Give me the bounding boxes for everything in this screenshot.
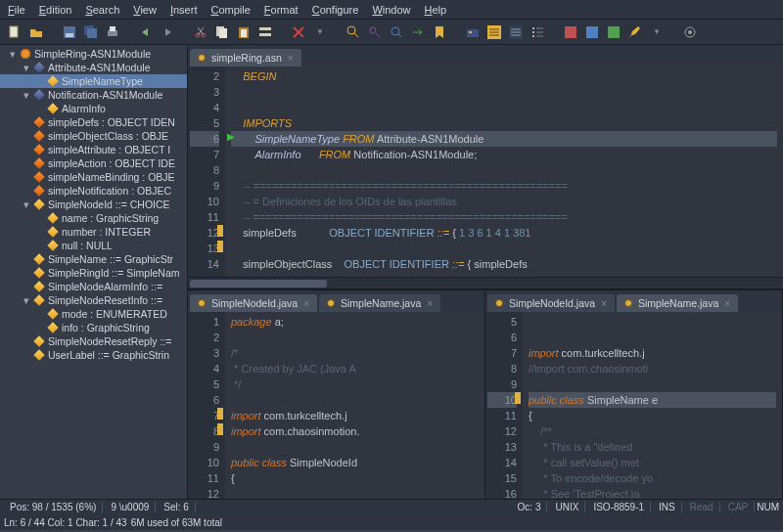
top-tabs: simpleRing.asn× <box>188 45 783 66</box>
tree-item[interactable]: ▾SimpleNodeResetInfo ::= <box>0 293 187 307</box>
undo-icon[interactable] <box>137 23 155 41</box>
tree-item[interactable]: ▾Notification-ASN1Module <box>0 88 187 102</box>
settings-icon[interactable] <box>681 23 699 41</box>
tree-root[interactable]: ▾SimpleRing-ASN1Module <box>0 47 187 61</box>
tree-item[interactable]: UserLabel ::= GraphicStrin <box>0 348 187 362</box>
menu-help[interactable]: Help <box>425 4 447 16</box>
svg-point-15 <box>347 26 355 34</box>
dd-icon[interactable]: ▼ <box>311 23 329 41</box>
copy-lines-icon[interactable] <box>256 23 274 41</box>
main: ▾SimpleRing-ASN1Module ▾Attribute-ASN1Mo… <box>0 45 783 499</box>
findnext-icon[interactable] <box>366 23 384 41</box>
open-icon[interactable] <box>27 23 45 41</box>
tree-item[interactable]: name : GraphicString <box>0 211 187 225</box>
ins-cell[interactable]: INS <box>653 502 682 512</box>
b2-icon[interactable] <box>583 23 601 41</box>
menu-insert[interactable]: Insert <box>170 4 198 16</box>
menu-view[interactable]: View <box>133 4 157 16</box>
typ-icon <box>47 75 58 86</box>
fld-icon <box>33 171 44 182</box>
menu-format[interactable]: Format <box>264 4 299 16</box>
tree-item[interactable]: info : GraphicString <box>0 321 187 334</box>
fld-icon <box>33 185 44 196</box>
scrollbar-x[interactable] <box>188 277 783 288</box>
tree-item[interactable]: SimpleNodeAlarmInfo ::= <box>0 280 187 293</box>
typ-icon <box>47 226 58 237</box>
copy-icon[interactable] <box>213 23 231 41</box>
delete-icon[interactable] <box>290 23 307 41</box>
menu-file[interactable]: File <box>8 4 25 16</box>
tree-item[interactable]: simpleAction : OBJECT IDE <box>0 156 187 170</box>
top-editor[interactable]: 234567891011121314 ▶ BEGIN IMPORTS Simpl… <box>188 66 783 277</box>
hl2-icon[interactable] <box>507 23 525 41</box>
tree-item[interactable]: null : NULL <box>0 239 187 252</box>
goto-icon[interactable] <box>409 23 427 41</box>
sel-cell: Sel: 6 <box>158 502 196 512</box>
menu-window[interactable]: Window <box>372 4 410 16</box>
tree-item[interactable]: simpleObjectClass : OBJE <box>0 129 187 143</box>
bl-editor[interactable]: 123456789101112 package a; /* * Created … <box>188 312 484 499</box>
enc-cell[interactable]: ISO-8859-1 <box>587 502 651 512</box>
sidebar: ▾SimpleRing-ASN1Module ▾Attribute-ASN1Mo… <box>0 45 188 499</box>
b3-icon[interactable] <box>605 23 622 41</box>
tree-item[interactable]: SimpleName ::= GraphicStr <box>0 252 187 266</box>
svg-rect-12 <box>241 29 247 37</box>
list-icon[interactable] <box>529 23 546 41</box>
tree-item[interactable]: AlarmInfo <box>0 102 187 115</box>
close-icon[interactable]: × <box>427 298 433 309</box>
compile-icon[interactable] <box>464 23 482 41</box>
close-icon[interactable]: × <box>601 298 607 309</box>
svg-rect-0 <box>10 26 18 37</box>
br-editor[interactable]: 5678910111213141516 import com.turkcellt… <box>485 312 782 499</box>
replace-icon[interactable] <box>388 23 405 41</box>
new-icon[interactable] <box>6 23 23 41</box>
read-cell: Read <box>684 502 720 512</box>
statusbar: Pos: 98 / 1535 (6%) 9 \u0009 Sel: 6 Oc: … <box>0 499 783 514</box>
tab-bl-0[interactable]: SimpleNodeId.java× <box>190 294 317 312</box>
tree-item[interactable]: simpleNotification : OBJEC <box>0 184 187 198</box>
find-icon[interactable] <box>345 23 362 41</box>
menu-compile[interactable]: Compile <box>210 4 250 16</box>
tab-br-0[interactable]: SimpleNodeId.java× <box>487 294 615 312</box>
svg-point-26 <box>688 30 692 34</box>
redo-icon[interactable] <box>159 23 176 41</box>
hl1-icon[interactable] <box>485 23 503 41</box>
b1-icon[interactable] <box>562 23 579 41</box>
tree-item[interactable]: ▾Attribute-ASN1Module <box>0 61 187 74</box>
typ-icon <box>47 212 58 223</box>
editors: simpleRing.asn× 234567891011121314 ▶ BEG… <box>188 45 783 499</box>
tree-item[interactable]: simpleAttribute : OBJECT I <box>0 143 187 156</box>
menu-edition[interactable]: Edition <box>39 4 72 16</box>
close-icon[interactable]: × <box>288 53 294 64</box>
close-icon[interactable]: × <box>303 298 309 309</box>
cut-icon[interactable] <box>192 23 209 41</box>
typ-icon <box>33 335 44 346</box>
menubar: FileEditionSearchViewInsertCompileFormat… <box>0 0 783 20</box>
tree-item[interactable]: SimpleNodeResetReply ::= <box>0 334 187 348</box>
tree-item[interactable]: simpleDefs : OBJECT IDEN <box>0 115 187 129</box>
package-icon <box>20 48 31 60</box>
tree-item[interactable]: simpleNameBinding : OBJE <box>0 170 187 184</box>
tab-br-1[interactable]: SimpleName.java× <box>617 294 738 312</box>
close-icon[interactable]: × <box>724 298 730 309</box>
save-icon[interactable] <box>61 23 78 41</box>
os-cell[interactable]: UNIX <box>549 502 585 512</box>
dd2-icon[interactable]: ▼ <box>648 23 666 41</box>
paste-icon[interactable] <box>235 23 253 41</box>
tab-bl-1[interactable]: SimpleName.java× <box>319 294 440 312</box>
menu-configure[interactable]: Configure <box>312 4 359 16</box>
print-icon[interactable] <box>104 23 121 41</box>
ch-cell: 9 \u0009 <box>105 502 156 512</box>
tree-item[interactable]: number : INTEGER <box>0 225 187 239</box>
tree-item[interactable]: ▾SimpleNodeId ::= CHOICE <box>0 198 187 211</box>
menu-search[interactable]: Search <box>85 4 119 16</box>
tree-item[interactable]: mode : ENUMERATED <box>0 307 187 321</box>
typ-icon <box>47 308 58 319</box>
pen-icon[interactable] <box>626 23 644 41</box>
bookmark-icon[interactable] <box>431 23 448 41</box>
typ-icon <box>33 267 44 278</box>
tab-simplering[interactable]: simpleRing.asn× <box>190 49 301 66</box>
tree-item[interactable]: SimpleRingId ::= SimpleNam <box>0 266 187 280</box>
tree-item[interactable]: SimpleNameType <box>0 74 187 88</box>
saveall-icon[interactable] <box>82 23 100 41</box>
